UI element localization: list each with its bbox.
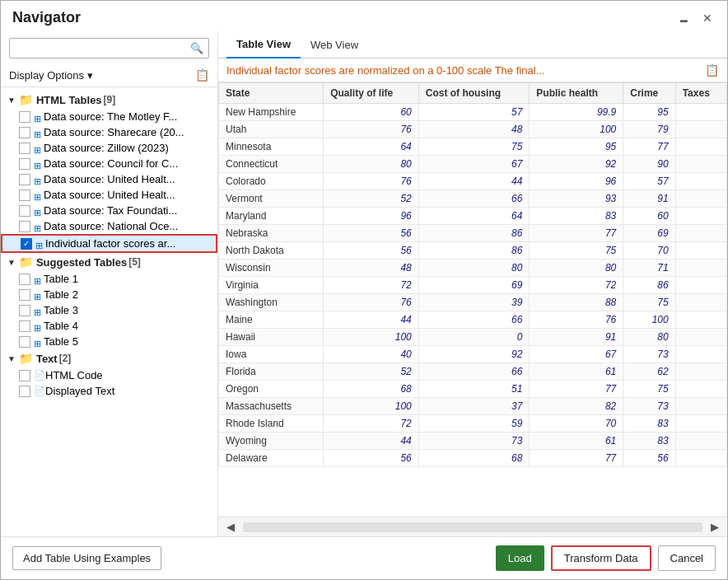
table-row: Rhode Island72597083 [219,415,727,433]
tree-item-motley[interactable]: Data source: The Motley F... [1,109,217,124]
export-icon[interactable]: 📋 [705,63,719,77]
table-icon [34,206,44,216]
table-cell: 93 [530,190,623,208]
table-cell: 72 [324,277,419,294]
table-row: Maryland96648360 [219,208,727,225]
table-cell: 68 [324,381,419,398]
table-cell: 90 [623,156,675,173]
navigator-dialog: Navigator 🗕 ✕ 🔍 Display Options ▾ 📋 [0,0,728,580]
checkbox-table5[interactable] [19,336,30,348]
add-table-button[interactable]: Add Table Using Examples [12,546,161,570]
checkbox-html-code[interactable] [19,370,30,381]
display-options[interactable]: Display Options ▾ 📋 [1,65,217,87]
table-row: Massachusetts100378273 [219,398,727,415]
load-button[interactable]: Load [496,545,544,571]
table-cell: 57 [623,173,675,190]
tree-item-united1[interactable]: Data source: United Healt... [1,171,217,187]
table-cell: 70 [623,242,675,260]
table-cell: 67 [418,156,530,173]
table-cell: 76 [530,311,623,329]
checkbox-national[interactable] [19,221,30,232]
table-cell: 62 [623,363,675,381]
table-cell: North Dakota [219,242,324,260]
horizontal-scrollbar[interactable]: ◀ ▶ [218,517,727,536]
tree-item-table5[interactable]: Table 5 [1,334,217,349]
table-cell [675,311,726,329]
tree-item-label: Data source: Council for C... [44,157,178,170]
suggested-tables-section[interactable]: ▼ 📁 Suggested Tables [5] [1,253,217,271]
tree-item-table3[interactable]: Table 3 [1,302,217,318]
checkbox-table4[interactable] [19,320,30,332]
checkbox-zillow[interactable] [19,143,30,154]
tree-item-zillow[interactable]: Data source: Zillow (2023) [1,140,217,156]
table-cell: 69 [418,277,530,294]
checkbox-united2[interactable] [19,189,30,201]
footer: Add Table Using Examples Load Transform … [1,536,727,579]
table-cell: 51 [418,381,530,398]
table-cell: 82 [530,398,623,415]
tree-item-table4[interactable]: Table 4 [1,318,217,334]
table-cell: 44 [324,311,419,329]
tab-table-view[interactable]: Table View [226,31,301,58]
col-state: State [219,83,324,104]
data-table-container[interactable]: State Quality of life Cost of housing Pu… [218,82,727,517]
tree-panel: ▼ 📁 HTML Tables [9] Data source: The Mot… [1,87,217,536]
checkbox-table3[interactable] [19,305,30,316]
save-icon: 📋 [195,68,209,82]
collapse-arrow-icon: ▼ [7,354,16,363]
tree-item-displayed-text[interactable]: 📄 Displayed Text [1,383,217,399]
scroll-left-icon[interactable]: ◀ [222,519,240,535]
checkbox-sharecare[interactable] [19,127,30,138]
table-cell: 92 [530,156,623,173]
scroll-track[interactable] [243,522,702,532]
table-cell: 37 [418,398,530,415]
table-row: Delaware56687756 [219,450,727,467]
checkbox-individual[interactable]: ✓ [21,238,32,250]
transform-data-button[interactable]: Transform Data [551,545,651,571]
table-row: Minnesota64759577 [219,138,727,156]
close-button[interactable]: ✕ [699,12,716,25]
checkbox-tax[interactable] [19,205,30,217]
table-row: North Dakota56867570 [219,242,727,260]
table-cell: 100 [623,311,675,329]
table-cell: 92 [418,346,530,363]
table-cell: 88 [530,294,623,311]
checkbox-united1[interactable] [19,174,30,185]
checkbox-council[interactable] [19,158,30,170]
table-cell: Nebraska [219,225,324,242]
tree-item-table2[interactable]: Table 2 [1,287,217,302]
text-section[interactable]: ▼ 📁 Text [2] [1,349,217,367]
tree-item-html-code[interactable]: 📄 HTML Code [1,367,217,383]
search-input[interactable] [10,39,185,58]
html-tables-section[interactable]: ▼ 📁 HTML Tables [9] [1,91,217,109]
text-count: [2] [59,353,72,364]
checkbox-motley[interactable] [19,111,30,123]
table-cell: 73 [623,346,675,363]
checkbox-table1[interactable] [19,274,30,285]
tree-item-label: Data source: United Healt... [44,173,175,185]
tree-item-table1[interactable]: Table 1 [1,271,217,287]
checkbox-displayed-text[interactable] [19,386,30,397]
minimize-button[interactable]: 🗕 [674,12,693,25]
table-cell [675,156,726,173]
display-options-label: Display Options [9,69,84,82]
tab-web-view[interactable]: Web View [301,31,368,58]
cancel-button[interactable]: Cancel [658,545,716,571]
tree-item-national[interactable]: Data source: National Oce... [1,218,217,234]
tree-item-united2[interactable]: Data source: United Healt... [1,187,217,203]
scroll-right-icon[interactable]: ▶ [706,519,724,535]
table-cell: Oregon [219,381,324,398]
table-cell [675,225,726,242]
tree-item-council[interactable]: Data source: Council for C... [1,156,217,171]
tree-item-tax[interactable]: Data source: Tax Foundati... [1,203,217,218]
table-row: Maine446676100 [219,311,727,329]
tree-item-individual[interactable]: ✓ Individual factor scores ar... [1,234,217,253]
table-cell: 71 [623,260,675,277]
table-cell [675,450,726,467]
table-icon [34,159,44,169]
table-cell: Florida [219,363,324,381]
tree-item-sharecare[interactable]: Data source: Sharecare (20... [1,124,217,140]
table-cell: 96 [324,208,419,225]
checkbox-table2[interactable] [19,289,30,301]
table-icon [34,143,44,153]
